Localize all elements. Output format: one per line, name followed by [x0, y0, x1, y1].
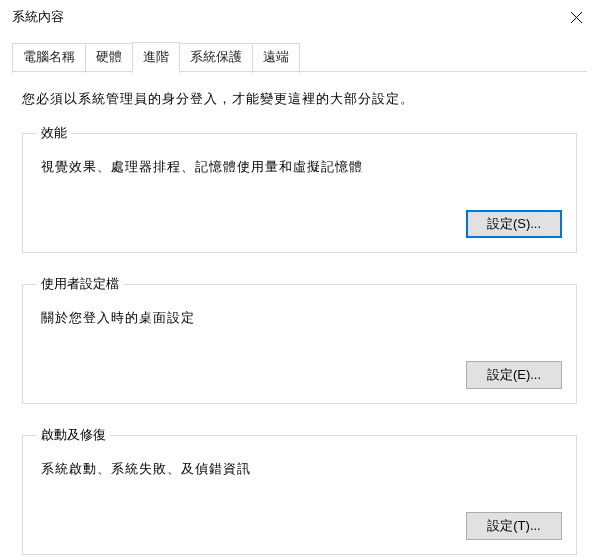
group-user-profiles-legend: 使用者設定檔 [37, 275, 123, 293]
tab-advanced[interactable]: 進階 [132, 42, 180, 72]
tab-hardware[interactable]: 硬體 [85, 43, 133, 73]
group-startup-recovery-legend: 啟動及修復 [37, 426, 110, 444]
user-profiles-desc: 關於您登入時的桌面設定 [41, 309, 562, 327]
user-profiles-settings-button[interactable]: 設定(E)... [466, 361, 562, 389]
tab-system-protection[interactable]: 系統保護 [179, 43, 253, 73]
startup-recovery-settings-button[interactable]: 設定(T)... [466, 512, 562, 540]
tab-strip: 電腦名稱 硬體 進階 系統保護 遠端 [12, 42, 587, 72]
tab-baseline [12, 71, 587, 72]
intro-text: 您必須以系統管理員的身分登入，才能變更這裡的大部分設定。 [22, 90, 577, 108]
performance-desc: 視覺效果、處理器排程、記憶體使用量和虛擬記憶體 [41, 158, 562, 176]
close-icon [571, 12, 582, 23]
tab-remote[interactable]: 遠端 [252, 43, 300, 73]
group-startup-recovery: 啟動及修復 系統啟動、系統失敗、及偵錯資訊 設定(T)... [22, 426, 577, 555]
group-user-profiles: 使用者設定檔 關於您登入時的桌面設定 設定(E)... [22, 275, 577, 404]
group-performance-legend: 效能 [37, 124, 71, 142]
close-button[interactable] [553, 0, 599, 34]
performance-settings-button[interactable]: 設定(S)... [466, 210, 562, 238]
window-title: 系統內容 [12, 8, 64, 26]
tab-content-advanced: 您必須以系統管理員的身分登入，才能變更這裡的大部分設定。 效能 視覺效果、處理器… [0, 72, 599, 555]
tab-computer-name[interactable]: 電腦名稱 [12, 43, 86, 73]
titlebar: 系統內容 [0, 0, 599, 34]
group-performance: 效能 視覺效果、處理器排程、記憶體使用量和虛擬記憶體 設定(S)... [22, 124, 577, 253]
startup-recovery-desc: 系統啟動、系統失敗、及偵錯資訊 [41, 460, 562, 478]
